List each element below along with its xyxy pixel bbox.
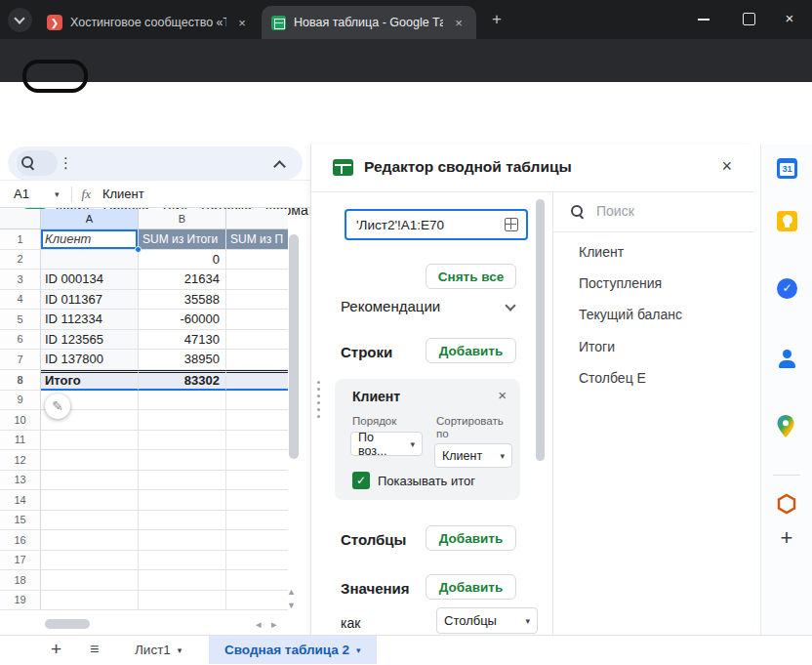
cell[interactable]	[226, 330, 288, 351]
new-tab-button[interactable]: +	[486, 9, 508, 30]
cell[interactable]	[139, 570, 226, 591]
cell[interactable]	[139, 551, 226, 571]
cell[interactable]	[139, 450, 226, 471]
row-header[interactable]: 19	[0, 591, 41, 611]
keep-icon[interactable]	[777, 211, 797, 231]
window-close-button[interactable]: ×	[767, 0, 812, 37]
cell[interactable]	[226, 310, 288, 330]
add-sheet-icon[interactable]: +	[51, 639, 61, 660]
cell[interactable]	[226, 270, 288, 290]
scroll-right-icon[interactable]: ▸	[271, 618, 277, 631]
drag-handle-icon[interactable]	[317, 381, 320, 384]
row-header[interactable]: 17	[0, 551, 41, 571]
cell[interactable]: 47130	[139, 330, 226, 351]
maps-icon[interactable]	[777, 415, 794, 442]
row-header[interactable]: 9	[0, 391, 41, 411]
recommendations-label[interactable]: Рекомендации	[341, 298, 440, 314]
horizontal-scrollbar[interactable]	[45, 619, 90, 629]
cell[interactable]	[41, 570, 139, 591]
cell[interactable]: 35588	[139, 290, 226, 311]
row-header[interactable]: 5	[0, 310, 41, 330]
cell[interactable]	[41, 551, 139, 571]
cell[interactable]	[226, 370, 288, 391]
cell[interactable]	[41, 250, 139, 270]
remove-field-icon[interactable]: ×	[498, 387, 507, 403]
row-header[interactable]: 6	[0, 330, 41, 351]
addon-icon[interactable]	[777, 493, 796, 519]
cell[interactable]	[226, 290, 288, 311]
selected-cell-a1[interactable]: Клиент	[41, 229, 139, 250]
cell[interactable]	[139, 471, 226, 491]
scroll-left-icon[interactable]: ◂	[256, 618, 262, 631]
cell[interactable]: SUM из Итоги	[139, 229, 226, 250]
fill-handle[interactable]	[135, 246, 142, 253]
browser-tab-inactive[interactable]: ❯ Хостинговое сообщество «Tim ×	[37, 6, 260, 39]
row-header[interactable]: 3	[0, 270, 41, 290]
cell[interactable]: 0	[139, 250, 226, 270]
add-values-button[interactable]: Добавить	[426, 574, 516, 600]
cell[interactable]	[139, 490, 226, 511]
add-rows-button[interactable]: Добавить	[426, 338, 516, 363]
add-side-panel-icon[interactable]: +	[775, 525, 798, 551]
close-icon[interactable]: ×	[234, 16, 250, 30]
sheet-tab-pivot-active[interactable]: Сводная таблица 2 ▾	[209, 636, 377, 664]
row-header[interactable]: 15	[0, 511, 41, 531]
cell[interactable]	[139, 511, 226, 531]
cell[interactable]: ID 123565	[41, 330, 139, 351]
field-search-input[interactable]	[596, 199, 733, 223]
formula-input[interactable]: Клиент	[102, 187, 144, 201]
row-header[interactable]: 12	[0, 450, 41, 471]
cell[interactable]: SUM из П	[226, 229, 288, 250]
window-minimize-button[interactable]	[681, 0, 726, 37]
select-all-corner[interactable]	[0, 209, 41, 229]
scroll-down-icon[interactable]: ▼	[287, 601, 296, 610]
pivot-field-item[interactable]: Итоги	[553, 331, 753, 362]
scroll-up-icon[interactable]: ▲	[287, 587, 296, 597]
cell[interactable]	[41, 450, 139, 471]
cell[interactable]	[226, 511, 288, 531]
cell[interactable]	[226, 410, 288, 431]
values-as-dropdown[interactable]: Столбцы▾	[436, 607, 538, 634]
cell[interactable]	[226, 591, 288, 611]
column-header-b[interactable]: B	[139, 209, 226, 229]
tasks-icon[interactable]: ✓	[777, 278, 797, 299]
cell[interactable]: ID 000134	[41, 270, 139, 290]
clear-all-button[interactable]: Снять все	[426, 264, 516, 289]
cell[interactable]: ID 011367	[41, 290, 139, 311]
window-maximize-button[interactable]	[726, 0, 771, 37]
pivot-field-item[interactable]: Поступления	[553, 268, 753, 299]
pivot-field-item[interactable]: Клиент	[553, 236, 753, 268]
row-header[interactable]: 11	[0, 431, 41, 451]
close-icon[interactable]: ×	[451, 16, 467, 30]
cell[interactable]: 21634	[139, 270, 226, 290]
cell[interactable]	[226, 490, 288, 511]
data-range-input[interactable]: 'Лист2'!A1:E70	[345, 209, 528, 240]
tab-search-button[interactable]	[8, 8, 32, 32]
search-icon[interactable]	[21, 156, 35, 170]
cell[interactable]	[41, 490, 139, 511]
row-header[interactable]: 8	[0, 370, 41, 391]
cell[interactable]: 38950	[139, 350, 226, 370]
add-columns-button[interactable]: Добавить	[426, 525, 516, 551]
order-dropdown[interactable]: По воз...▾	[350, 432, 423, 456]
cell[interactable]	[41, 591, 139, 611]
cell[interactable]	[226, 250, 288, 270]
panel-scrollbar[interactable]	[536, 199, 545, 461]
cell[interactable]: ID 112334	[41, 310, 139, 330]
show-totals-checkbox[interactable]: ✓	[352, 472, 370, 489]
row-header[interactable]: 7	[0, 350, 41, 370]
calendar-icon[interactable]: 31	[777, 158, 797, 179]
cell[interactable]: 83302	[139, 370, 226, 391]
browser-tab-active[interactable]: Новая таблица - Google Табли ×	[262, 6, 476, 39]
cell[interactable]: ID 137800	[41, 350, 139, 370]
cell[interactable]	[41, 511, 139, 531]
row-header[interactable]: 2	[0, 250, 41, 270]
cell[interactable]: -60000	[139, 310, 226, 330]
row-header[interactable]: 18	[0, 570, 41, 591]
cell[interactable]	[226, 431, 288, 451]
cell[interactable]	[226, 570, 288, 591]
column-header-c[interactable]	[226, 209, 288, 229]
cell[interactable]	[41, 530, 139, 551]
cell[interactable]	[139, 431, 226, 451]
cell[interactable]	[41, 431, 139, 451]
